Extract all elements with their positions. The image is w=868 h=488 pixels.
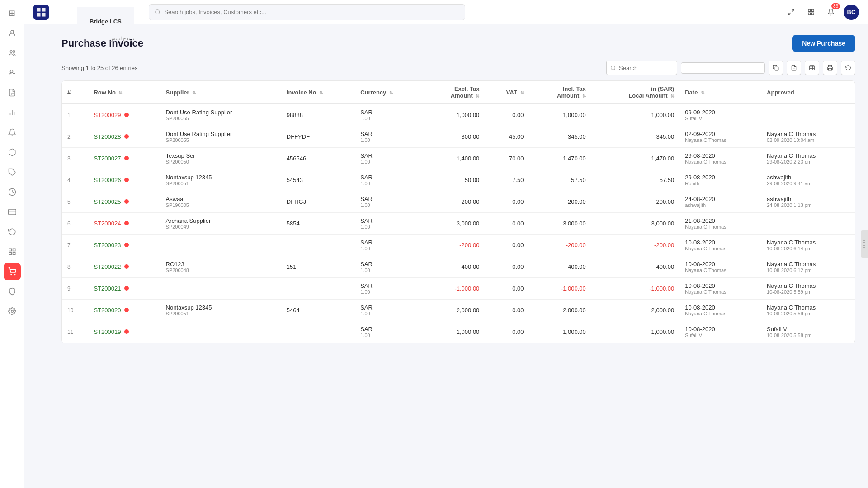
user-avatar[interactable]: BC — [844, 5, 859, 20]
table-search-input[interactable] — [619, 65, 673, 71]
col-excl-tax[interactable]: Excl. TaxAmount ⇅ — [423, 81, 485, 104]
sidebar-icon-bell[interactable] — [4, 124, 21, 141]
col-local-amount[interactable]: in (SAR)Local Amount ⇅ — [591, 81, 679, 104]
info-dot[interactable] — [124, 113, 129, 117]
cell-row-no[interactable]: ST200020 — [88, 300, 160, 321]
global-search-input[interactable] — [164, 9, 459, 15]
cell-date: 10-08-2020Nayana C Thomas — [679, 235, 761, 256]
info-dot[interactable] — [124, 243, 129, 247]
topbar-right: 86 BC — [784, 5, 859, 20]
row-no-link[interactable]: ST200024 — [94, 220, 121, 227]
col-row-no[interactable]: Row No ⇅ — [88, 81, 160, 104]
cell-row-no[interactable]: ST200027 — [88, 148, 160, 169]
sidebar-icon-dashboard[interactable]: ⊞ — [4, 5, 21, 22]
row-no-link[interactable]: ST200026 — [94, 177, 121, 183]
sidebar-icon-box[interactable] — [4, 144, 21, 161]
copy-button[interactable] — [769, 61, 783, 75]
cell-invoice-no: DFFYDF — [281, 126, 355, 148]
sidebar-icon-grid[interactable] — [4, 243, 21, 260]
info-dot[interactable] — [124, 178, 129, 182]
info-dot[interactable] — [124, 134, 129, 139]
row-no-link[interactable]: ST200025 — [94, 198, 121, 205]
export-excel-button[interactable] — [805, 61, 819, 75]
cell-currency: SAR1.00 — [355, 321, 423, 343]
cell-row-no[interactable]: ST200026 — [88, 169, 160, 191]
notification-icon[interactable]: 86 — [824, 5, 838, 19]
cell-supplier: Texsup SerSP200050 — [160, 148, 281, 169]
sidebar-icon-user[interactable] — [4, 24, 21, 42]
cell-row-no[interactable]: ST200019 — [88, 321, 160, 343]
new-purchase-button[interactable]: New Purchase — [792, 35, 855, 52]
svg-rect-33 — [811, 13, 814, 15]
cell-row-no[interactable]: ST200024 — [88, 213, 160, 235]
apps-icon[interactable] — [804, 5, 818, 19]
sidebar-icon-add-user[interactable] — [4, 64, 21, 81]
svg-rect-25 — [42, 13, 45, 16]
row-no-link[interactable]: ST200028 — [94, 133, 121, 140]
cell-row-no[interactable]: ST200029 — [88, 104, 160, 126]
col-incl-tax[interactable]: Incl. TaxAmount ⇅ — [529, 81, 591, 104]
info-dot[interactable] — [124, 329, 129, 334]
info-dot[interactable] — [124, 221, 129, 225]
col-date[interactable]: Date ⇅ — [679, 81, 761, 104]
row-no-link[interactable]: ST200027 — [94, 155, 121, 162]
sidebar-icon-cart[interactable] — [4, 263, 21, 280]
cell-invoice-no — [281, 278, 355, 300]
sidebar-icon-clock[interactable] — [4, 183, 21, 201]
sidebar-icon-document[interactable] — [4, 84, 21, 101]
sidebar-icon-card[interactable] — [4, 203, 21, 221]
table-row: 3 ST200027 Texsup SerSP200050 456546 SAR… — [62, 148, 855, 169]
export-csv-button[interactable] — [787, 61, 801, 75]
row-no-link[interactable]: ST200029 — [94, 112, 121, 118]
svg-point-1 — [10, 51, 12, 53]
cell-invoice-no: 456546 — [281, 148, 355, 169]
per-page-input[interactable]: 25 — [681, 62, 765, 74]
side-scroll-handle[interactable] — [861, 230, 868, 258]
cell-num: 9 — [62, 278, 88, 300]
cell-invoice-no: 5854 — [281, 213, 355, 235]
refresh-button[interactable] — [841, 61, 855, 75]
info-dot[interactable] — [124, 286, 129, 291]
logo-area: Bridge LCS بريدج لسس — [33, 0, 134, 42]
sidebar-icon-shield[interactable] — [4, 283, 21, 300]
info-dot[interactable] — [124, 156, 129, 160]
info-dot[interactable] — [124, 308, 129, 312]
cell-row-no[interactable]: ST200022 — [88, 256, 160, 278]
sidebar-icon-tag[interactable] — [4, 164, 21, 181]
cell-row-no[interactable]: ST200028 — [88, 126, 160, 148]
cell-date: 21-08-2020Nayana C Thomas — [679, 213, 761, 235]
row-no-link[interactable]: ST200020 — [94, 307, 121, 314]
cell-approved: ashwajith29-08-2020 9:41 am — [761, 169, 855, 191]
sidebar-icon-users[interactable] — [4, 44, 21, 61]
cell-num: 1 — [62, 104, 88, 126]
col-approved: Approved — [761, 81, 855, 104]
col-supplier[interactable]: Supplier ⇅ — [160, 81, 281, 104]
row-no-link[interactable]: ST200021 — [94, 285, 121, 292]
notification-badge: 86 — [831, 3, 840, 9]
cell-date: 10-08-2020Nayana C Thomas — [679, 278, 761, 300]
row-no-link[interactable]: ST200023 — [94, 242, 121, 249]
table-search-bar[interactable] — [606, 61, 677, 75]
sidebar-icon-chart[interactable] — [4, 104, 21, 121]
col-currency[interactable]: Currency ⇅ — [355, 81, 423, 104]
cell-row-no[interactable]: ST200025 — [88, 191, 160, 213]
print-button[interactable] — [823, 61, 837, 75]
cell-row-no[interactable]: ST200021 — [88, 278, 160, 300]
cell-row-no[interactable]: ST200023 — [88, 235, 160, 256]
col-vat[interactable]: VAT ⇅ — [485, 81, 529, 104]
cell-currency: SAR1.00 — [355, 300, 423, 321]
svg-point-21 — [11, 310, 13, 313]
cell-num: 5 — [62, 191, 88, 213]
sidebar-icon-refresh[interactable] — [4, 223, 21, 240]
cell-date: 10-08-2020Nayana C Thomas — [679, 256, 761, 278]
info-dot[interactable] — [124, 264, 129, 269]
info-dot[interactable] — [124, 199, 129, 204]
row-no-link[interactable]: ST200022 — [94, 263, 121, 270]
global-search-bar[interactable] — [149, 4, 465, 20]
logo-sub: بريدج لسس — [52, 36, 134, 42]
sidebar-icon-settings[interactable] — [4, 303, 21, 320]
col-invoice-no[interactable]: Invoice No ⇅ — [281, 81, 355, 104]
fullscreen-icon[interactable] — [784, 5, 798, 19]
svg-rect-43 — [829, 68, 832, 70]
row-no-link[interactable]: ST200019 — [94, 328, 121, 335]
